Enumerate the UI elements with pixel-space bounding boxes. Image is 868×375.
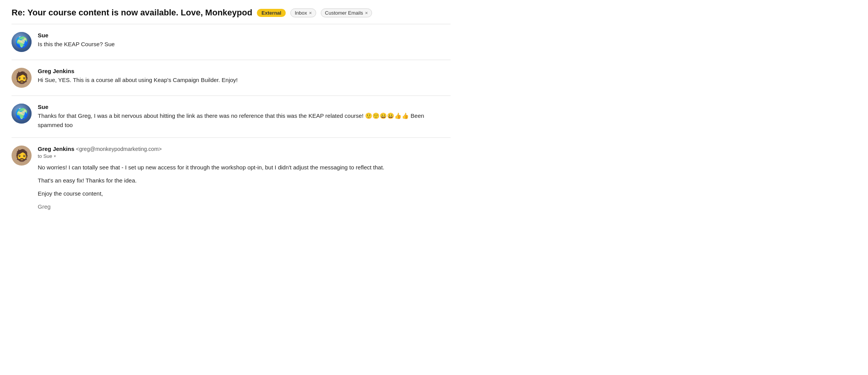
message-content: Sue Thanks for that Greg, I was a bit ne… — [38, 104, 451, 130]
message-text: Is this the KEAP Course? Sue — [38, 40, 451, 49]
message-item: Greg Jenkins <greg@monkeypodmarketing.co… — [12, 138, 451, 219]
external-badge: External — [257, 9, 286, 17]
message-item: Sue Is this the KEAP Course? Sue — [12, 24, 451, 60]
message-content: Greg Jenkins <greg@monkeypodmarketing.co… — [38, 146, 451, 211]
message-text: Hi Sue, YES. This is a course all about … — [38, 75, 451, 85]
avatar — [12, 146, 32, 166]
email-subject: Re: Your course content is now available… — [12, 8, 252, 18]
tag-inbox-close[interactable]: × — [309, 10, 312, 15]
sender-name: Sue — [38, 32, 451, 39]
message-text: Thanks for that Greg, I was a bit nervou… — [38, 111, 451, 130]
to-line[interactable]: to Sue ▾ — [38, 153, 451, 159]
avatar — [12, 32, 32, 52]
sign-off: Greg — [38, 202, 451, 211]
message-content: Greg Jenkins Hi Sue, YES. This is a cour… — [38, 68, 451, 85]
tag-customer-emails[interactable]: Customer Emails × — [321, 8, 372, 17]
sender-email: <greg@monkeypodmarketing.com> — [76, 146, 162, 152]
message-item: Greg Jenkins Hi Sue, YES. This is a cour… — [12, 60, 451, 95]
message-item: Sue Thanks for that Greg, I was a bit ne… — [12, 96, 451, 137]
tag-customer-emails-close[interactable]: × — [365, 10, 368, 15]
avatar — [12, 68, 32, 88]
sender-name: Sue — [38, 104, 451, 110]
email-header: Re: Your course content is now available… — [12, 8, 451, 24]
message-text: No worries! I can totally see that - I s… — [38, 163, 451, 211]
email-thread-container: Re: Your course content is now available… — [0, 0, 462, 227]
avatar — [12, 104, 32, 124]
tag-inbox[interactable]: Inbox × — [290, 8, 316, 17]
message-content: Sue Is this the KEAP Course? Sue — [38, 32, 451, 49]
tag-inbox-label: Inbox — [295, 10, 307, 16]
tag-customer-emails-label: Customer Emails — [325, 10, 363, 16]
sender-name: Greg Jenkins <greg@monkeypodmarketing.co… — [38, 146, 451, 152]
sender-name: Greg Jenkins — [38, 68, 451, 74]
chevron-down-icon: ▾ — [54, 154, 56, 158]
